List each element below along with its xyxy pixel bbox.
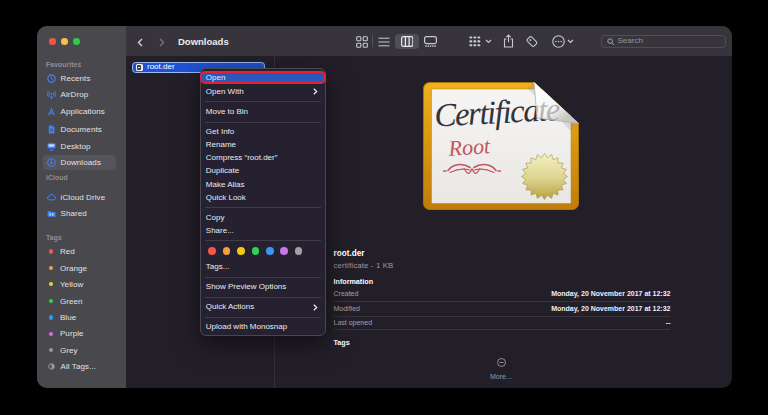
svg-text:Root: Root (447, 133, 492, 161)
